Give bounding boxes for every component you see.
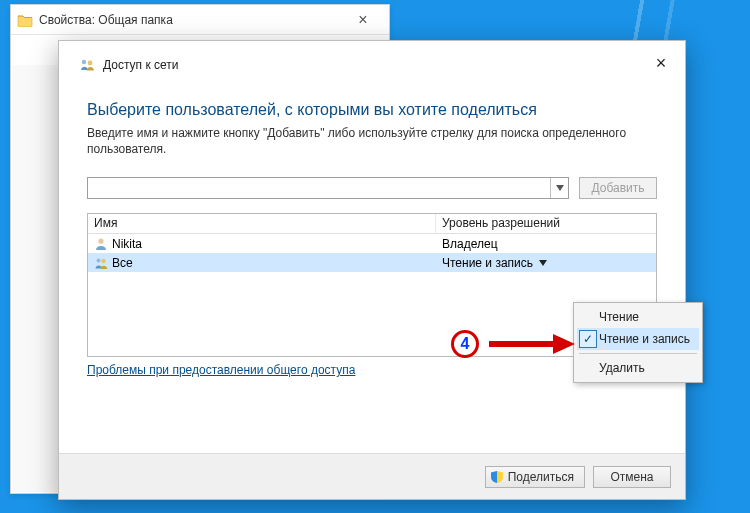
properties-titlebar: Свойства: Общая папка × <box>11 5 389 35</box>
dialog-heading: Выберите пользователей, с которыми вы хо… <box>87 101 657 119</box>
folder-icon <box>17 13 33 27</box>
add-button[interactable]: Добавить <box>579 177 657 199</box>
dialog-header: Доступ к сети <box>59 41 685 83</box>
user-perm: Владелец <box>442 237 498 251</box>
user-combo-dropdown-button[interactable] <box>550 178 568 198</box>
dialog-close-button[interactable]: × <box>643 51 679 75</box>
user-list: Имя Уровень разрешений Nikita Владелец <box>87 213 657 357</box>
checkmark-icon: ✓ <box>579 330 597 348</box>
user-icon <box>94 237 108 251</box>
user-list-row[interactable]: Nikita Владелец <box>88 234 656 253</box>
col-header-perm[interactable]: Уровень разрешений <box>436 214 656 233</box>
network-users-icon <box>79 57 95 73</box>
share-button[interactable]: Поделиться <box>485 466 585 488</box>
col-header-name[interactable]: Имя <box>88 214 436 233</box>
svg-point-2 <box>98 238 103 243</box>
network-share-dialog: × Доступ к сети Выберите пользователей, … <box>58 40 686 500</box>
trouble-link[interactable]: Проблемы при предоставлении общего досту… <box>87 363 355 377</box>
user-perm: Чтение и запись <box>442 256 533 270</box>
svg-point-0 <box>82 60 86 64</box>
dialog-footer: Поделиться Отмена <box>59 453 685 499</box>
share-button-label: Поделиться <box>508 470 574 484</box>
user-list-row[interactable]: Все Чтение и запись <box>88 253 656 272</box>
permission-menu-item-delete[interactable]: Удалить <box>577 357 699 379</box>
menu-item-label: Удалить <box>599 361 645 375</box>
user-list-header: Имя Уровень разрешений <box>88 214 656 234</box>
menu-item-label: Чтение <box>599 310 639 324</box>
chevron-down-icon <box>539 260 547 266</box>
dialog-content: Выберите пользователей, с которыми вы хо… <box>59 83 685 453</box>
permission-menu-item-readwrite[interactable]: ✓ Чтение и запись <box>577 328 699 350</box>
properties-title: Свойства: Общая папка <box>39 13 337 27</box>
group-icon <box>94 256 108 270</box>
menu-separator <box>579 353 697 354</box>
dialog-title: Доступ к сети <box>103 58 178 72</box>
shield-icon <box>490 470 504 484</box>
svg-point-1 <box>88 61 93 66</box>
perm-dropdown-cell[interactable]: Чтение и запись <box>436 256 656 270</box>
permission-menu: Чтение ✓ Чтение и запись Удалить <box>573 302 703 383</box>
chevron-down-icon <box>556 185 564 191</box>
user-input[interactable] <box>88 178 550 198</box>
user-name: Nikita <box>112 237 142 251</box>
add-user-row: Добавить <box>87 177 657 199</box>
properties-close-button[interactable]: × <box>343 5 383 35</box>
cancel-button[interactable]: Отмена <box>593 466 671 488</box>
menu-item-label: Чтение и запись <box>599 332 690 346</box>
dialog-description: Введите имя и нажмите кнопку "Добавить" … <box>87 125 657 157</box>
svg-point-3 <box>97 258 101 262</box>
permission-menu-item-read[interactable]: Чтение <box>577 306 699 328</box>
user-combo[interactable] <box>87 177 569 199</box>
user-name: Все <box>112 256 133 270</box>
svg-point-4 <box>101 259 105 263</box>
